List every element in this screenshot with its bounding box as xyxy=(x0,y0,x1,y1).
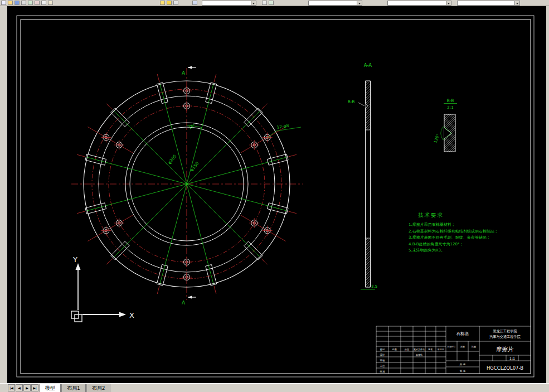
tb-label-file: 更改文件号 xyxy=(414,348,425,351)
tb-school-line1: 黑龙江工程学院 xyxy=(493,329,517,333)
tb-material: 石棉基 xyxy=(456,331,469,336)
chevron-down-icon[interactable] xyxy=(446,1,451,5)
tb-label-design: 设计 xyxy=(380,353,386,356)
layers-icon[interactable] xyxy=(173,1,178,5)
tech-item: 2.石棉基材料为石棉纤维和粘结剂组成的石棉制品； xyxy=(409,229,498,234)
tab-nav-next-button[interactable]: ▶ xyxy=(23,384,31,391)
properties-icon[interactable] xyxy=(192,1,197,5)
linetype-icon[interactable] xyxy=(167,1,172,5)
layer-combo[interactable] xyxy=(202,1,256,6)
chevron-down-icon[interactable] xyxy=(514,1,519,5)
section-marker-top: A xyxy=(182,70,186,76)
save-icon[interactable] xyxy=(14,1,20,5)
chevron-down-icon[interactable] xyxy=(357,1,362,5)
tech-item: 4.B-B处槽的角度尺寸为120°； xyxy=(409,242,463,246)
layout-tab-bar: |◀ ◀ ▶ ▶| 模型 布局1 布局2 xyxy=(0,383,549,392)
tab-nav-first-button[interactable]: |◀ xyxy=(8,384,15,391)
print-icon[interactable] xyxy=(21,1,26,5)
tb-label-page: 第 张 xyxy=(460,370,466,372)
tb-label-zone: 分区 xyxy=(405,348,410,351)
drawing-canvas[interactable] xyxy=(7,6,546,383)
paste-icon[interactable] xyxy=(48,1,53,5)
tech-item: 3.摩擦片表面不得有毛刺、裂纹、夹杂等缺陷； xyxy=(409,235,490,240)
tb-label-check: 审核 xyxy=(380,359,386,362)
detail-title: B-B xyxy=(447,98,454,103)
tb-drawing-number: HGCCLZQL07-B xyxy=(487,365,523,371)
tb-scale-value: 1:1 xyxy=(509,356,515,361)
open-file-icon[interactable] xyxy=(8,1,13,5)
top-toolbar xyxy=(0,0,549,6)
help-icon[interactable] xyxy=(269,1,274,5)
tb-label-total: 共 张 xyxy=(460,363,466,366)
tb-label-craft: 工艺 xyxy=(380,364,386,367)
new-file-icon[interactable] xyxy=(1,1,6,5)
tb-label-count: 处数 xyxy=(392,348,397,351)
tb-label-mass: 质量 xyxy=(460,345,465,348)
tab-nav-prev-button[interactable]: ◀ xyxy=(16,384,23,391)
copy-icon[interactable] xyxy=(41,1,46,5)
chevron-down-icon[interactable] xyxy=(251,1,256,5)
tech-item: 1.摩擦片采用石棉基材料； xyxy=(409,222,455,227)
bb-cut-label: B-B xyxy=(348,99,355,104)
match-icon[interactable] xyxy=(262,1,267,5)
tech-title: 技术要求 xyxy=(418,212,444,218)
tb-label-sign: 签名 xyxy=(428,348,433,351)
tech-item: 5.未注明圆角为R3。 xyxy=(409,248,445,253)
cut-icon[interactable] xyxy=(35,1,40,5)
detail-scale: 2:1 xyxy=(447,105,453,110)
lineweight-combo[interactable] xyxy=(457,1,520,6)
ucs-y-label: Y xyxy=(72,255,77,264)
cad-viewport: 15° φ205 φ150 12-φ8 A A A-A B-B 3.5 B-B xyxy=(0,0,549,392)
linetype-combo[interactable] xyxy=(387,1,451,6)
tb-label-stage: 阶段标记 xyxy=(448,345,456,348)
tb-label-approve: 批准 xyxy=(380,370,386,373)
tab-model[interactable]: 模型 xyxy=(40,384,61,392)
color-swatch-icon[interactable] xyxy=(160,1,165,5)
tab-nav-last-button[interactable]: ▶| xyxy=(31,384,38,391)
thickness-dim-label: 3.5 xyxy=(371,284,377,289)
section-view-title: A-A xyxy=(364,62,372,68)
ucs-x-label: X xyxy=(129,311,134,320)
tb-part-name: 摩擦片 xyxy=(496,346,514,352)
tb-school-line2: 汽车与交通工程学院 xyxy=(489,335,521,339)
preview-icon[interactable] xyxy=(28,1,33,5)
tb-label-date: 年月日 xyxy=(438,348,445,351)
tab-layout1[interactable]: 布局1 xyxy=(61,384,86,392)
tab-layout2[interactable]: 布局2 xyxy=(86,384,111,392)
section-marker-bottom: A xyxy=(182,300,186,306)
color-combo[interactable] xyxy=(308,1,362,6)
